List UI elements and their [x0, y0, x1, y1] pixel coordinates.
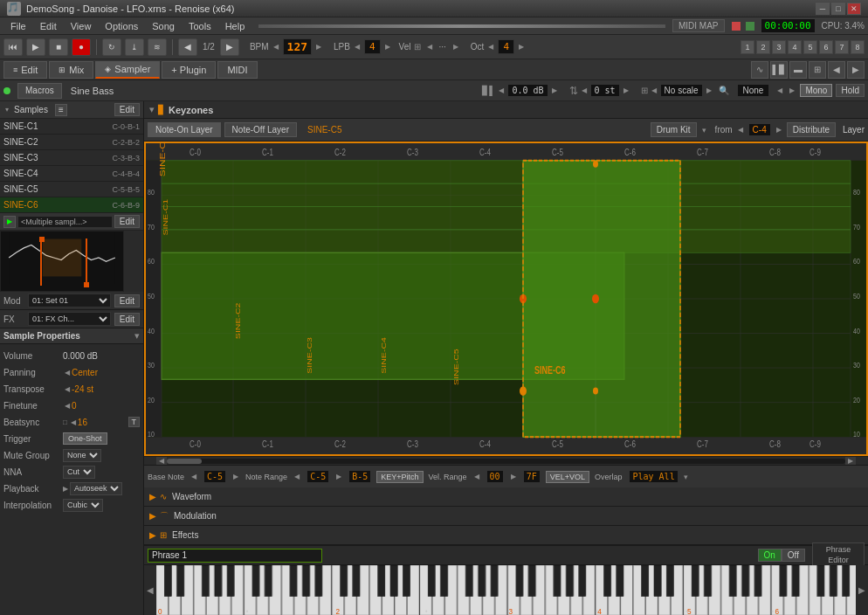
panning-value[interactable]: Center	[72, 368, 140, 377]
tab-sampler[interactable]: ◈ Sampler	[95, 61, 160, 79]
menu-file[interactable]: File	[3, 19, 33, 33]
tab-edit[interactable]: ≡ Edit	[3, 61, 47, 79]
waveform-play-btn[interactable]: ▶	[3, 216, 16, 228]
lpb-value[interactable]: 4	[364, 39, 381, 54]
menu-help[interactable]: Help	[218, 19, 252, 33]
drumkit-arrow[interactable]: ▾	[702, 126, 706, 135]
waveform-end-handle[interactable]	[86, 238, 87, 286]
interpolation-select[interactable]: Cubic	[63, 499, 103, 512]
tab-mix[interactable]: ⊞ Mix	[49, 61, 93, 79]
tab-icon-bars[interactable]: ▬	[789, 61, 807, 79]
effects-section[interactable]: ▶ ⊞ Effects	[144, 526, 868, 545]
play-all-arrow[interactable]: ▾	[684, 473, 688, 481]
range-end[interactable]: B-5	[348, 470, 371, 483]
tab-icon-arrow[interactable]: ◀	[828, 61, 845, 79]
bpm-value[interactable]: 127	[283, 38, 312, 55]
nna-select[interactable]: Cut	[63, 466, 95, 479]
scroll-right-btn[interactable]: ▶	[845, 457, 856, 466]
st-display[interactable]: 0 st	[590, 84, 620, 97]
trans-left[interactable]: ◀	[63, 385, 72, 393]
sample-row-2[interactable]: SINE-C3 C-3-B-3	[0, 150, 143, 166]
base-note-left[interactable]: ◀	[189, 473, 198, 480]
menu-options[interactable]: Options	[98, 19, 145, 33]
menu-view[interactable]: View	[64, 19, 99, 33]
pattern-btn-3[interactable]: 3	[772, 40, 786, 54]
play-all-value[interactable]: Play All	[629, 470, 678, 483]
piano-scroll-left[interactable]: ◀	[144, 565, 156, 615]
bpm-up[interactable]: ▶	[314, 43, 323, 51]
sample-button[interactable]: ≋	[148, 38, 167, 56]
back-button[interactable]: ◀	[178, 38, 197, 56]
menu-edit[interactable]: Edit	[33, 19, 64, 33]
key-pitch-btn[interactable]: KEY+Pitch	[376, 471, 423, 483]
record-alt-button[interactable]: ⤓	[125, 38, 144, 56]
mute-group-select[interactable]: None	[63, 449, 101, 462]
sample-row-3[interactable]: SINE-C4 C-4-B-4	[0, 166, 143, 182]
props-collapse-btn[interactable]: ▾	[134, 330, 140, 342]
vol-down[interactable]: ◀	[497, 86, 506, 94]
range-start-right[interactable]: ▶	[334, 473, 343, 480]
keyzone-scrollbar[interactable]: ◀ ▶	[144, 456, 868, 465]
st-up[interactable]: ▶	[622, 86, 630, 94]
macros-button[interactable]: Macros	[17, 83, 62, 99]
phrase-off-btn[interactable]: Off	[782, 549, 805, 562]
record-button[interactable]: ●	[72, 38, 91, 56]
samples-list-icon[interactable]: ≡	[55, 104, 67, 116]
loop-button[interactable]: ↻	[102, 38, 121, 56]
none-down[interactable]: ◀	[775, 86, 784, 94]
from-right[interactable]: ▶	[775, 126, 783, 134]
midi-map-button[interactable]: MIDI MAP	[672, 19, 725, 32]
vel-vol-btn[interactable]: VEL+VOL	[546, 471, 589, 483]
pattern-btn-8[interactable]: 8	[851, 40, 865, 54]
vel-start[interactable]: 00	[486, 470, 504, 483]
scrollbar-track[interactable]	[167, 459, 845, 464]
none-display[interactable]: None	[737, 84, 770, 97]
rewind-button[interactable]: ⏮	[3, 38, 23, 56]
stop-button[interactable]: ■	[49, 38, 68, 56]
beatsync-value[interactable]: 16	[78, 418, 128, 427]
pattern-btn-2[interactable]: 2	[756, 40, 770, 54]
pan-left[interactable]: ◀	[63, 369, 72, 377]
hold-button[interactable]: Hold	[836, 84, 865, 97]
sample-row-4[interactable]: SINE-C5 C-5-B-5	[0, 182, 143, 197]
drum-kit-btn[interactable]: Drum Kit	[651, 122, 697, 137]
oct-up[interactable]: ▶	[517, 43, 526, 51]
modulation-section[interactable]: ▶ ⌒ Modulation	[144, 507, 868, 526]
samples-edit-btn[interactable]: Edit	[114, 103, 140, 116]
maximize-button[interactable]: □	[831, 3, 845, 15]
pattern-btn-7[interactable]: 7	[835, 40, 849, 54]
mod-select[interactable]: 01: Set 01	[28, 294, 111, 308]
scale-display[interactable]: No scale	[660, 84, 703, 97]
playback-select[interactable]: Autoseek	[70, 482, 122, 495]
scale-up[interactable]: ▶	[705, 86, 713, 94]
note-on-layer-btn[interactable]: Note-On Layer	[148, 122, 221, 137]
distribute-btn[interactable]: Distribute	[787, 122, 836, 137]
trigger-value[interactable]: One-Shot	[63, 432, 107, 445]
base-note-value[interactable]: C-5	[203, 470, 226, 483]
keyzone-grid[interactable]: SINE-C1 SINE-C1 SINE-C2 SINE-C3 SINE-C4 …	[144, 142, 868, 456]
waveform-edit-btn[interactable]: Edit	[114, 215, 140, 228]
piano-scroll-right[interactable]: ▶	[856, 565, 868, 615]
volume-value[interactable]: 0.000 dB	[63, 351, 140, 361]
waveform-start-handle[interactable]	[40, 238, 42, 286]
waveform-section[interactable]: ▶ ∿ Waveform	[144, 487, 868, 507]
vel-up[interactable]: ▶	[451, 43, 460, 51]
fx-edit-btn[interactable]: Edit	[114, 313, 140, 326]
fx-select[interactable]: 01: FX Ch...	[28, 312, 111, 326]
volume-slider[interactable]	[258, 24, 665, 28]
oct-down[interactable]: ◀	[486, 43, 495, 51]
menu-song[interactable]: Song	[145, 19, 182, 33]
tab-icon-spectrum[interactable]: ▌▊	[770, 61, 788, 79]
pattern-btn-4[interactable]: 4	[788, 40, 802, 54]
from-note-display[interactable]: C-4	[748, 123, 771, 136]
vel-down[interactable]: ◀	[425, 43, 434, 51]
scrollbar-thumb[interactable]	[167, 459, 202, 464]
st-down[interactable]: ◀	[580, 86, 589, 94]
keyzones-collapse-btn[interactable]: ▾	[149, 104, 155, 115]
menu-tools[interactable]: Tools	[182, 19, 218, 33]
mod-edit-btn[interactable]: Edit	[114, 294, 140, 308]
vel-start-right[interactable]: ▶	[509, 473, 518, 480]
mono-button[interactable]: Mono	[800, 84, 832, 97]
finetune-value[interactable]: 0	[72, 401, 140, 411]
vel-start-left[interactable]: ◀	[472, 473, 481, 480]
